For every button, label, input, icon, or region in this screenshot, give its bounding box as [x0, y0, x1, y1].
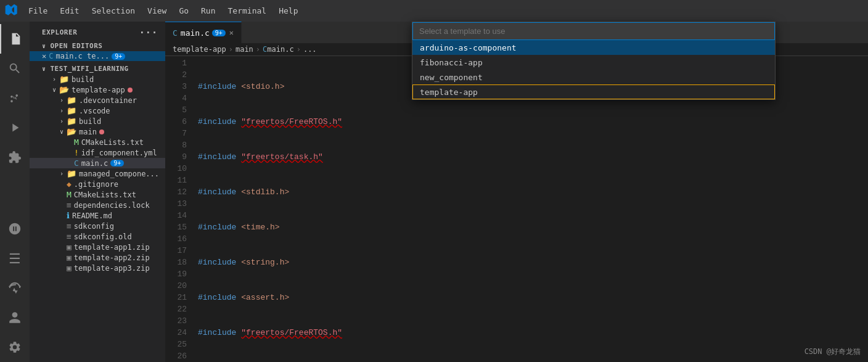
- tree-main-c[interactable]: C main.c 9+: [30, 158, 165, 168]
- menu-selection[interactable]: Selection: [86, 4, 141, 18]
- explorer-icon[interactable]: [0, 24, 30, 54]
- menu-view[interactable]: View: [141, 4, 173, 18]
- modified-dot: [99, 130, 104, 134]
- sidebar-more-button[interactable]: ···: [139, 27, 158, 38]
- code-line-3: #include "freertos/task.h": [198, 151, 868, 163]
- cmake-icon: M: [74, 138, 79, 147]
- collapse-arrow: ›: [57, 97, 67, 104]
- filename: CMakeLists.txt: [74, 191, 136, 199]
- folder-icon: 📁: [59, 75, 69, 84]
- code-line-1: #include <stdio.h>: [198, 81, 868, 93]
- tree-readme[interactable]: ℹ README.md: [30, 210, 165, 221]
- collapse-arrow: ∨: [57, 128, 67, 135]
- open-editors-header[interactable]: ∨ OPEN EDITORS: [30, 41, 165, 51]
- extensions-icon[interactable]: [0, 142, 30, 172]
- breadcrumb-item[interactable]: ...: [303, 45, 317, 54]
- unsaved-badge: 9+: [110, 160, 124, 167]
- search-icon[interactable]: [0, 54, 30, 83]
- breadcrumb-item[interactable]: template-app: [173, 45, 226, 54]
- menu-file[interactable]: File: [22, 4, 54, 18]
- folder-name: .vscode: [79, 107, 110, 115]
- code-line-5: #include <time.h>: [198, 221, 868, 233]
- filename: idf_component.yml: [81, 149, 157, 157]
- folder-name: managed_compone...: [79, 170, 159, 178]
- folder-icon: 📁: [67, 169, 76, 178]
- tab-main-c[interactable]: C main.c 9+ ✕: [165, 22, 242, 43]
- menu-help[interactable]: Help: [272, 4, 304, 18]
- tree-build-folder[interactable]: › 📁 build: [30, 74, 165, 84]
- c-tab-icon: C: [173, 28, 178, 38]
- filename: template-app3.zip: [74, 264, 150, 273]
- remote-icon[interactable]: [0, 214, 30, 244]
- account-icon[interactable]: [0, 303, 30, 332]
- editor-area: C main.c 9+ ✕ template-app › main › C ma…: [165, 22, 868, 362]
- filename: dependencies.lock: [74, 201, 150, 210]
- collapse-arrow: ∨: [49, 86, 59, 93]
- main-container: ☰ EXPLORER ··· ∨ OPEN EDITORS ✕: [0, 22, 868, 362]
- readme-icon: ℹ: [67, 211, 70, 220]
- c-icon: C: [74, 158, 79, 168]
- open-editor-main-c[interactable]: ✕ C main.c te... 9+: [30, 51, 165, 61]
- workspace-header[interactable]: ∨ TEST_WIFI_LEARNING: [30, 64, 165, 74]
- collapse-arrow: ›: [57, 107, 67, 114]
- sidebar-title: EXPLORER: [42, 28, 77, 36]
- tree-sdkconfig-old[interactable]: ≡ sdkconfig.old: [30, 231, 165, 242]
- tree-gitignore[interactable]: ◆ .gitignore: [30, 179, 165, 189]
- line-numbers: 1 2 3 4 5 6 7 8 9 10 11 12 13 14 15 16 1…: [165, 56, 193, 362]
- folder-icon: 📁: [67, 106, 76, 115]
- config-icon: ≡: [67, 232, 72, 241]
- gitignore-icon: ◆: [67, 179, 72, 189]
- watermark: CSDN @好奇龙猫: [805, 347, 861, 357]
- breadcrumb-item[interactable]: main: [235, 45, 253, 54]
- tree-sdkconfig[interactable]: ≡ sdkconfig: [30, 221, 165, 231]
- tree-devcontainer[interactable]: › 📁 .devcontainer: [30, 95, 165, 105]
- run-debug-icon[interactable]: [0, 113, 30, 142]
- modified-dot: [128, 88, 133, 93]
- folder-name: template-app: [72, 86, 125, 94]
- source-control-icon[interactable]: [0, 83, 30, 113]
- tree-cmakelists-root[interactable]: M CMakeLists.txt: [30, 189, 165, 200]
- tree-main-folder[interactable]: ∨ 📂 main: [30, 126, 165, 137]
- filename: template-app2.zip: [74, 253, 150, 262]
- breadcrumb-item[interactable]: C: [263, 45, 267, 54]
- sidebar-header: EXPLORER ···: [30, 22, 165, 41]
- tree-cmakelists[interactable]: M CMakeLists.txt: [30, 137, 165, 147]
- tree-zip2[interactable]: ▣ template-app2.zip: [30, 252, 165, 263]
- tree-build-sub[interactable]: › 📁 build: [30, 116, 165, 126]
- collapse-arrow: ›: [57, 170, 67, 177]
- code-editor[interactable]: 1 2 3 4 5 6 7 8 9 10 11 12 13 14 15 16 1…: [165, 56, 868, 362]
- folder-icon: 📁: [67, 117, 76, 126]
- tree-idf-component[interactable]: ! idf_component.yml: [30, 147, 165, 158]
- menu-run[interactable]: Run: [195, 4, 221, 18]
- collapse-arrow: ›: [49, 76, 59, 83]
- broadcast-icon[interactable]: [0, 273, 30, 303]
- code-line-2: #include "freertos/FreeRTOS.h": [198, 116, 868, 128]
- close-icon[interactable]: ✕: [42, 52, 46, 60]
- open-editor-filename: main.c te...: [55, 52, 109, 60]
- tree-zip3[interactable]: ▣ template-app3.zip: [30, 263, 165, 273]
- tree-zip1[interactable]: ▣ template-app1.zip: [30, 242, 165, 252]
- vscode-logo-icon: [5, 4, 17, 18]
- code-line-7: #include <assert.h>: [198, 292, 868, 303]
- tree-dependencies[interactable]: ≡ dependencies.lock: [30, 200, 165, 210]
- folder-name: build: [72, 75, 94, 84]
- settings-icon[interactable]: [0, 332, 30, 362]
- filename: README.md: [72, 212, 112, 220]
- menu-go[interactable]: Go: [173, 4, 195, 18]
- menu-terminal[interactable]: Terminal: [222, 4, 273, 18]
- filename: sdkconfig: [74, 222, 114, 231]
- title-bar: File Edit Selection View Go Run Terminal…: [0, 0, 868, 22]
- tree-managed-components[interactable]: › 📁 managed_compone...: [30, 168, 165, 179]
- tab-close-button[interactable]: ✕: [229, 28, 234, 37]
- cmake-icon: M: [67, 190, 72, 199]
- unsaved-badge: 9+: [112, 53, 125, 60]
- folder-name: .devcontainer: [79, 96, 137, 105]
- menu-edit[interactable]: Edit: [54, 4, 85, 18]
- esp-icon[interactable]: ☰: [0, 244, 30, 273]
- tab-badge: 9+: [212, 30, 226, 36]
- tree-template-app-folder[interactable]: ∨ 📂 template-app: [30, 84, 165, 95]
- menu-bar: File Edit Selection View Go Run Terminal…: [22, 4, 304, 18]
- tree-vscode[interactable]: › 📁 .vscode: [30, 105, 165, 116]
- breadcrumb-item-filename[interactable]: main.c: [267, 45, 293, 54]
- code-content: #include <stdio.h> #include "freertos/Fr…: [193, 56, 868, 362]
